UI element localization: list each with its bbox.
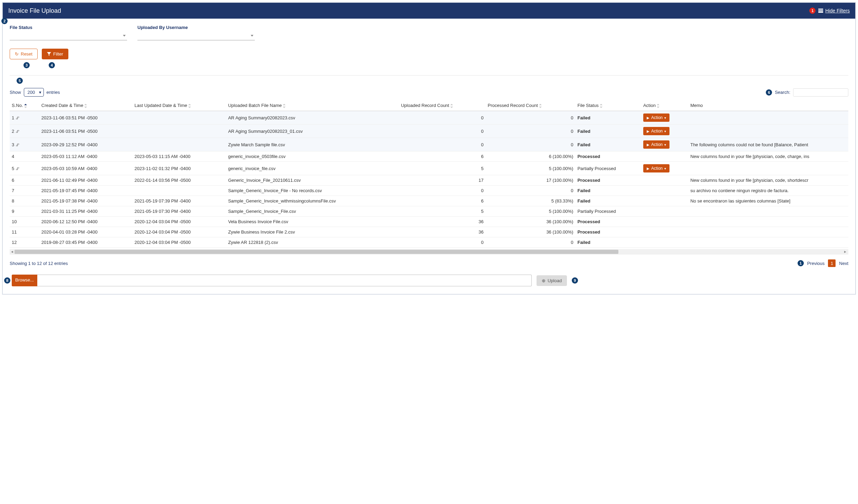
cell-sno: 10 (10, 217, 39, 227)
caret-down-icon (664, 166, 666, 171)
cell-uploaded: 0 (399, 111, 485, 125)
file-status-dropdown[interactable] (10, 31, 127, 40)
cell-created: 2023-09-29 12:52 PM -0400 (39, 138, 133, 151)
table-info: Showing 1 to 12 of 12 entries (10, 261, 68, 266)
page-container: Invoice File Upload 1 Hide Filters 2 Fil… (2, 2, 856, 295)
prev-page[interactable]: Previous (807, 261, 825, 266)
cell-uploaded: 0 (399, 125, 485, 138)
funnel-icon (47, 52, 51, 56)
attachment-icon[interactable] (16, 115, 19, 120)
action-label: Action (651, 142, 663, 147)
cell-status: Processed (575, 227, 641, 237)
cell-created: 2023-05-03 10:59 AM -0400 (39, 162, 133, 175)
filter-buttons: Reset Filter (10, 49, 848, 59)
search-label: Search: (775, 90, 790, 95)
show-entries: Show 200 entries (10, 88, 60, 97)
invoice-table: S.No. Created Date & Time Last Updated D… (10, 100, 848, 248)
cell-processed: 0 (486, 237, 576, 248)
cell-memo (688, 227, 848, 237)
cell-memo: The following columns could not be found… (688, 138, 848, 151)
cell-sno: 2 (10, 125, 39, 138)
hide-filters-label: Hide Filters (825, 8, 850, 13)
table-row: 6 2021-06-11 02:49 PM -04002022-01-14 03… (10, 175, 848, 186)
attachment-icon[interactable] (16, 129, 19, 134)
horizontal-scrollbar[interactable]: ◄ ► (10, 249, 848, 255)
browse-button[interactable]: Browse... (12, 275, 37, 286)
scroll-thumb[interactable] (15, 250, 618, 254)
cell-sno: 4 (10, 151, 39, 162)
cell-memo: No se encontraron las siguientes columna… (688, 196, 848, 206)
cell-file: Sample_Generic_Invoice_File.csv (226, 206, 399, 217)
reset-button[interactable]: Reset (10, 49, 38, 59)
file-path-input[interactable] (37, 275, 532, 286)
cell-updated: 2023-11-02 01:32 PM -0400 (133, 162, 226, 175)
pagination-badge: 1 (798, 260, 804, 266)
uploaded-by-dropdown[interactable] (137, 31, 255, 40)
cell-created: 2019-08-27 03:45 PM -0400 (39, 237, 133, 248)
cell-sno: 1 (10, 111, 39, 125)
next-page[interactable]: Next (839, 261, 848, 266)
cell-memo (688, 125, 848, 138)
page-1[interactable]: 1 (828, 259, 836, 267)
sort-icon (657, 104, 659, 108)
cell-status: Partially Processed (575, 162, 641, 175)
col-memo[interactable]: Memo (688, 100, 848, 111)
cell-processed: 0 (486, 186, 576, 196)
table-row: 3 2023-09-29 12:52 PM -0400Zywie March S… (10, 138, 848, 151)
cell-created: 2021-03-31 11:25 PM -0400 (39, 206, 133, 217)
col-processed[interactable]: Processed Record Count (486, 100, 576, 111)
cell-action (641, 196, 688, 206)
cell-status: Failed (575, 186, 641, 196)
attachment-icon[interactable] (16, 142, 19, 147)
filter-button[interactable]: Filter (42, 49, 68, 59)
browse-badge: 8 (4, 277, 10, 284)
action-button[interactable]: Action (643, 127, 669, 135)
cell-created: 2023-11-06 03:51 PM -0500 (39, 111, 133, 125)
upload-button[interactable]: Upload (537, 275, 567, 286)
cell-file: AR Aging Summary02082023.csv (226, 111, 399, 125)
action-button[interactable]: Action (643, 164, 669, 172)
table-row: 12 2019-08-27 03:45 PM -04002020-12-04 0… (10, 237, 848, 248)
hide-filters-link[interactable]: Hide Filters (818, 8, 850, 13)
action-button[interactable]: Action (643, 140, 669, 149)
col-sno[interactable]: S.No. (10, 100, 39, 111)
cell-updated (133, 186, 226, 196)
action-label: Action (651, 129, 663, 134)
cell-sno: 6 (10, 175, 39, 186)
separator (10, 75, 848, 76)
col-file[interactable]: 7 Uploaded Batch File Name (226, 100, 399, 111)
col-updated[interactable]: Last Updated Date & Time (133, 100, 226, 111)
scroll-left-icon: ◄ (10, 250, 15, 254)
cell-sno: 5 (10, 162, 39, 175)
filters-area-badge: 2 (1, 18, 8, 24)
sort-icon (450, 104, 453, 108)
caret-down-icon (664, 115, 666, 120)
page-title: Invoice File Upload (8, 7, 61, 14)
upload-row: 8 Browse... Upload 9 (10, 272, 848, 290)
show-label: Show (10, 90, 21, 95)
cell-processed: 0 (486, 125, 576, 138)
attachment-icon[interactable] (16, 166, 19, 171)
col-status[interactable]: File Status (575, 100, 641, 111)
cell-sno: 7 (10, 186, 39, 196)
cell-file: Zywie AR 122818 (2).csv (226, 237, 399, 248)
cell-updated: 2023-05-03 11:15 AM -0400 (133, 151, 226, 162)
table-body: 1 2023-11-06 03:51 PM -0500AR Aging Summ… (10, 111, 848, 248)
cell-action: Action (641, 111, 688, 125)
entries-select[interactable]: 200 (24, 88, 44, 97)
button-badges: 3 4 (23, 62, 848, 68)
table-header-row: S.No. Created Date & Time Last Updated D… (10, 100, 848, 111)
col-action[interactable]: Action (641, 100, 688, 111)
cell-file: Sample_Generic_Invoice_withmissingcolumn… (226, 196, 399, 206)
cell-uploaded: 36 (399, 217, 485, 227)
col-created[interactable]: Created Date & Time (39, 100, 133, 111)
search-input[interactable] (793, 88, 848, 97)
cell-updated: 2020-12-04 03:04 PM -0500 (133, 227, 226, 237)
action-button[interactable]: Action (643, 113, 669, 122)
col-uploaded[interactable]: Uploaded Record Count (399, 100, 485, 111)
sort-icon (539, 104, 542, 108)
cell-created: 2020-06-12 12:50 PM -0400 (39, 217, 133, 227)
cell-status: Processed (575, 151, 641, 162)
reset-label: Reset (21, 51, 32, 57)
cell-sno: 12 (10, 237, 39, 248)
